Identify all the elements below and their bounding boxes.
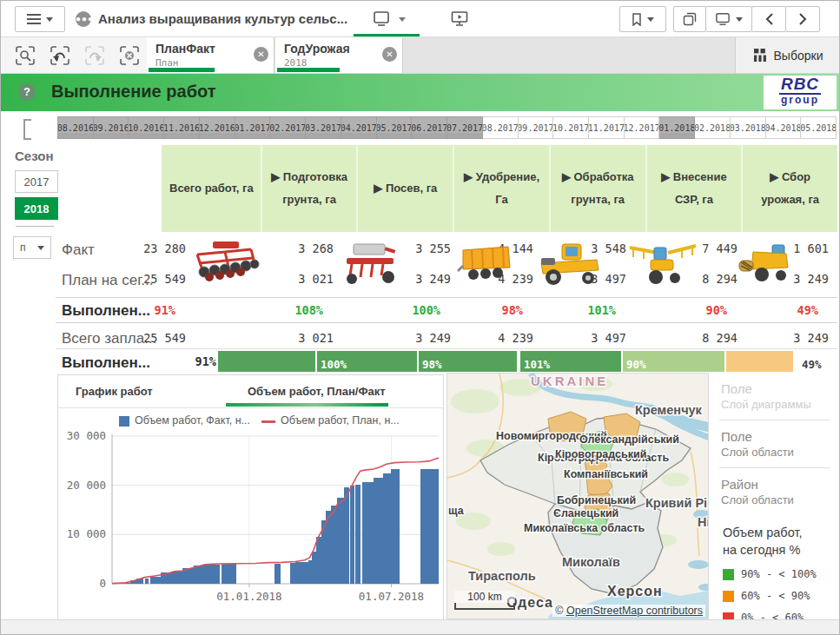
timeline-month[interactable]: 02.2017 (270, 116, 306, 139)
combine-icon (737, 241, 797, 285)
legend-title-line2: на сегодня % (723, 541, 837, 559)
x-tick-label: 01.07.2018 (359, 590, 424, 603)
sheet-list-button[interactable] (705, 6, 752, 32)
timeline-month[interactable]: 05.2017 (377, 116, 413, 139)
done-bar-label: 49% (802, 358, 822, 371)
cell-done_pct: 91% (155, 303, 175, 317)
legend-fact-swatch (119, 416, 129, 427)
timeline-month[interactable]: 10.2017 (553, 116, 589, 139)
map-label: UKRAINE (531, 374, 608, 388)
timeline-month[interactable]: 10.2016 (129, 116, 164, 139)
done-bar-fill (218, 351, 317, 372)
cell-total_plan: 3 249 (793, 331, 829, 345)
map-legend-item: 90% - < 100% (723, 568, 837, 580)
clear-selections-icon[interactable] (119, 45, 140, 66)
smart-search-icon[interactable] (15, 45, 36, 66)
selections-tool-button[interactable]: Выборки (735, 37, 840, 73)
timeline-month[interactable]: 11.2017 (589, 116, 625, 139)
tractor-icon (536, 239, 604, 288)
timeline-month[interactable]: 01.2018 (659, 116, 695, 139)
column-header[interactable]: ▶ Обработка грунта, га (551, 145, 647, 232)
attribution-link[interactable]: OpenStreetMap contributors (566, 605, 703, 617)
footer-strip (1, 619, 840, 635)
trailer-icon (456, 241, 515, 285)
layer-item[interactable]: ПолеСлой области (709, 420, 837, 467)
timeline-month[interactable]: 11.2016 (164, 116, 200, 139)
legend-range-label: 90% - < 100% (741, 568, 817, 580)
timeline-month[interactable]: 08.2016 (57, 116, 94, 139)
timeline-month[interactable]: 06.2017 (412, 116, 447, 139)
fact-area-bar (362, 482, 374, 584)
legend-plan-label[interactable]: Объем работ, План, н... (281, 414, 400, 427)
timeline-month[interactable]: 08.2017 (483, 116, 519, 139)
map-label: Єланецький (553, 507, 618, 519)
chevron-down-icon (46, 17, 53, 22)
active-sheet-underline (354, 34, 420, 36)
tab-work-schedule[interactable]: График работ (76, 385, 153, 398)
map-legend-item: 60% - < 90% (723, 590, 837, 602)
step-forward-icon[interactable] (84, 45, 105, 66)
column-header[interactable]: Всего работ, га (162, 145, 262, 232)
sheet-chevron-icon[interactable] (399, 17, 406, 22)
timeline-month[interactable]: 03.2017 (306, 116, 341, 139)
app-info-icon[interactable]: ●●● (76, 11, 91, 27)
cell-fact: 3 255 (415, 241, 451, 255)
timeline-month[interactable]: 04.2017 (341, 116, 377, 139)
column-header[interactable]: ▶ Сбор урожая, га (743, 145, 837, 232)
map-label: Миколаїв (562, 555, 620, 569)
region-map[interactable]: UKRAINEКременчукНовомиргородськийОлексан… (446, 373, 709, 619)
next-sheet-button[interactable] (785, 6, 820, 32)
tab-work-volume[interactable]: Объем работ, План/Факт (248, 385, 386, 398)
legend-fact-label[interactable]: Объем работ, Факт, н... (135, 414, 250, 427)
filter-chip-godurozhaya[interactable]: ГодУрожая 2018 ✕ (275, 37, 403, 73)
filter-chip-planfakt[interactable]: ПланФакт План ✕ (147, 37, 274, 73)
plan-fact-chart[interactable]: 010 00020 00030 00001.01.201801.07.2018 (58, 429, 443, 621)
chip-close-icon[interactable]: ✕ (254, 47, 268, 62)
timeline-month[interactable]: 04.2018 (766, 116, 802, 139)
layer-item[interactable]: РайонСлой области (709, 468, 837, 515)
column-header[interactable]: ▶ Удобрение, Га (454, 145, 551, 232)
mini-dropdown[interactable]: п (13, 236, 51, 259)
chip-field: ПланФакт (155, 42, 215, 56)
presentation-icon[interactable] (451, 10, 468, 28)
help-icon[interactable]: ? (18, 83, 36, 101)
main-menu-button[interactable] (15, 6, 65, 32)
column-header[interactable]: ▶ Внесение СЗР, га (647, 145, 744, 232)
duplicate-icon (683, 12, 697, 26)
cell-fact: 1 601 (793, 241, 829, 255)
column-header[interactable]: ▶ Посев, га (358, 145, 454, 232)
duplicate-sheet-button[interactable] (673, 6, 706, 32)
timeline-range-handle[interactable] (23, 119, 31, 140)
timeline-month[interactable]: 01.2017 (235, 116, 271, 139)
step-back-icon[interactable] (50, 45, 70, 66)
timeline-month[interactable]: 09.2017 (519, 116, 554, 139)
column-header[interactable]: ▶ Подготовка грунта, га (262, 145, 359, 232)
legend-color-swatch (723, 591, 734, 602)
timeline-month[interactable]: 05.2018 (801, 116, 837, 139)
y-tick-label: 0 (99, 577, 106, 590)
timeline-month[interactable]: 09.2016 (94, 116, 129, 139)
timeline-month[interactable]: 03.2018 (731, 116, 766, 139)
map-label: Кривий Ріг (645, 496, 709, 510)
app-window: ●●● Анализ выращивания культур сельс... (0, 0, 840, 635)
season-option-2018[interactable]: 2018 (15, 197, 58, 220)
map-legend-title: Объем работ, на сегодня % (723, 524, 837, 559)
bookmark-button[interactable] (619, 6, 666, 32)
row-label-done-pct: Выполнен... (62, 302, 150, 320)
logo-line2: group (764, 95, 837, 106)
map-scale-bar (454, 603, 515, 610)
cell-done_pct: 98% (502, 303, 523, 317)
timeline-month[interactable]: 02.2018 (695, 116, 731, 139)
chip-close-icon[interactable]: ✕ (382, 47, 397, 62)
row-label-done-bar: Выполнен... (62, 354, 150, 373)
sheet-icon[interactable] (373, 11, 390, 27)
timeline-month[interactable]: 12.2016 (200, 116, 235, 139)
timeline-month[interactable]: 12.2017 (625, 116, 660, 139)
done-bar-label: 90% (626, 358, 646, 371)
timeline-month[interactable]: 07.2017 (447, 116, 483, 139)
fact-area-bar (290, 563, 295, 584)
cell-done_pct: 90% (706, 303, 727, 317)
fact-area-bar (274, 564, 280, 584)
season-option-2017[interactable]: 2017 (15, 170, 58, 193)
prev-sheet-button[interactable] (751, 6, 786, 32)
